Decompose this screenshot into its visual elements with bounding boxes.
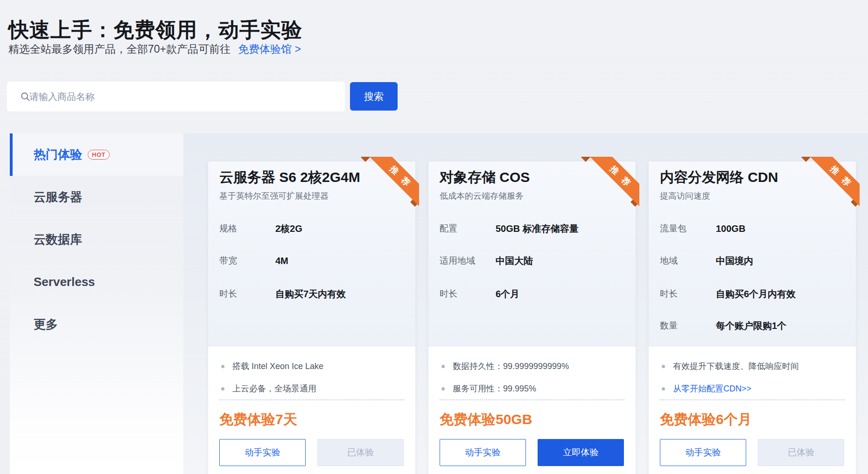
card-subtitle: 提高访问速度 [660, 189, 710, 202]
sidebar-item-database[interactable]: 云数据库 [10, 218, 183, 261]
product-card-cvm: 云服务器 S6 2核2G4M 基于英特尔至强可扩展处理器 规格 2核2G 带宽 … [208, 161, 415, 474]
feature-bullet: 数据持久性：99.9999999999% [440, 360, 626, 372]
experienced-button[interactable]: 已体验 [317, 439, 404, 466]
promo-text: 免费体验7天 [219, 411, 297, 428]
card-subtitle: 基于英特尔至强可扩展处理器 [219, 189, 329, 202]
spec-row: 时长 6个月 [440, 287, 626, 300]
spec-row: 带宽 4M [219, 254, 406, 267]
sidebar-item-hot[interactable]: 热门体验 HOT [10, 133, 183, 176]
bullet-dot-icon [221, 387, 224, 390]
feature-bullet: 上云必备，全场景通用 [219, 383, 406, 395]
card-title: 对象存储 COS [440, 168, 530, 187]
hands-on-lab-button[interactable]: 动手实验 [219, 439, 306, 466]
dotted-divider [660, 399, 845, 400]
search-button[interactable]: 搜索 [350, 82, 398, 111]
spec-row: 适用地域 中国大陆 [440, 254, 626, 267]
spec-row: 时长 自购买6个月内有效 [660, 287, 847, 300]
sidebar-item-serverless[interactable]: Serverless [10, 261, 183, 303]
bullet-dot-icon [221, 365, 224, 368]
subtitle-text: 精选全站最多领用产品，全部70+款产品可前往 [8, 43, 231, 55]
free-trial-hall-link[interactable]: 免费体验馆 > [238, 43, 301, 55]
feature-bullet: 有效提升下载速度、降低响应时间 [660, 360, 847, 372]
hands-on-lab-button[interactable]: 动手实验 [660, 439, 746, 466]
experienced-button[interactable]: 已体验 [758, 439, 844, 466]
product-card-cos: 对象存储 COS 低成本的云端存储服务 配置 50GB 标准存储容量 适用地域 … [428, 161, 636, 474]
sidebar-item-label: Serverless [34, 275, 95, 289]
card-title: 内容分发网络 CDN [660, 168, 778, 187]
bullet-dot-icon [441, 387, 445, 390]
search-input[interactable] [7, 82, 345, 112]
dotted-divider [219, 399, 404, 400]
spec-row: 时长 自购买7天内有效 [219, 287, 406, 300]
bullet-dot-icon [662, 365, 665, 368]
cdn-config-guide-link[interactable]: 从零开始配置CDN>> [660, 383, 847, 395]
promo-text: 免费体验6个月 [660, 411, 752, 428]
hands-on-lab-button[interactable]: 动手实验 [440, 439, 526, 466]
bullet-dot-icon [662, 387, 665, 390]
sidebar-item-more[interactable]: 更多 [10, 303, 183, 346]
category-sidebar: 热门体验 HOT 云服务器 云数据库 Serverless 更多 [10, 133, 183, 474]
sidebar-item-cvm[interactable]: 云服务器 [10, 176, 183, 218]
free-trial-page: 快速上手：免费领用，动手实验 精选全站最多领用产品，全部70+款产品可前往免费体… [0, 0, 868, 474]
spec-row: 配置 50GB 标准存储容量 [440, 222, 626, 235]
spec-row: 数量 每个账户限购1个 [660, 319, 847, 332]
card-title: 云服务器 S6 2核2G4M [219, 168, 360, 187]
feature-bullet: 服务可用性：99.995% [440, 383, 626, 395]
dotted-divider [440, 399, 624, 400]
feature-bullet: 搭载 Intel Xeon Ice Lake [219, 360, 406, 372]
card-subtitle: 低成本的云端存储服务 [440, 189, 524, 202]
spec-row: 地域 中国境内 [660, 254, 847, 267]
try-now-button[interactable]: 立即体验 [538, 439, 624, 466]
bullet-dot-icon [441, 365, 445, 368]
hot-badge: HOT [88, 150, 110, 160]
sidebar-item-label: 云数据库 [34, 231, 82, 248]
sidebar-item-label: 云服务器 [34, 189, 82, 205]
card-spec-area: 对象存储 COS 低成本的云端存储服务 配置 50GB 标准存储容量 适用地域 … [428, 161, 636, 347]
product-card-cdn: 内容分发网络 CDN 提高访问速度 流量包 100GB 地域 中国境内 时长 自… [649, 161, 856, 474]
page-title: 快速上手：免费领用，动手实验 [8, 16, 302, 43]
card-spec-area: 云服务器 S6 2核2G4M 基于英特尔至强可扩展处理器 规格 2核2G 带宽 … [208, 161, 415, 347]
spec-row: 规格 2核2G [219, 222, 406, 235]
card-spec-area: 内容分发网络 CDN 提高访问速度 流量包 100GB 地域 中国境内 时长 自… [649, 161, 856, 347]
promo-text: 免费体验50GB [440, 411, 532, 428]
spec-row: 流量包 100GB [660, 222, 847, 235]
sidebar-item-label: 热门体验 [34, 146, 82, 163]
page-subtitle: 精选全站最多领用产品，全部70+款产品可前往免费体验馆 > [8, 41, 301, 57]
sidebar-item-label: 更多 [34, 316, 58, 333]
